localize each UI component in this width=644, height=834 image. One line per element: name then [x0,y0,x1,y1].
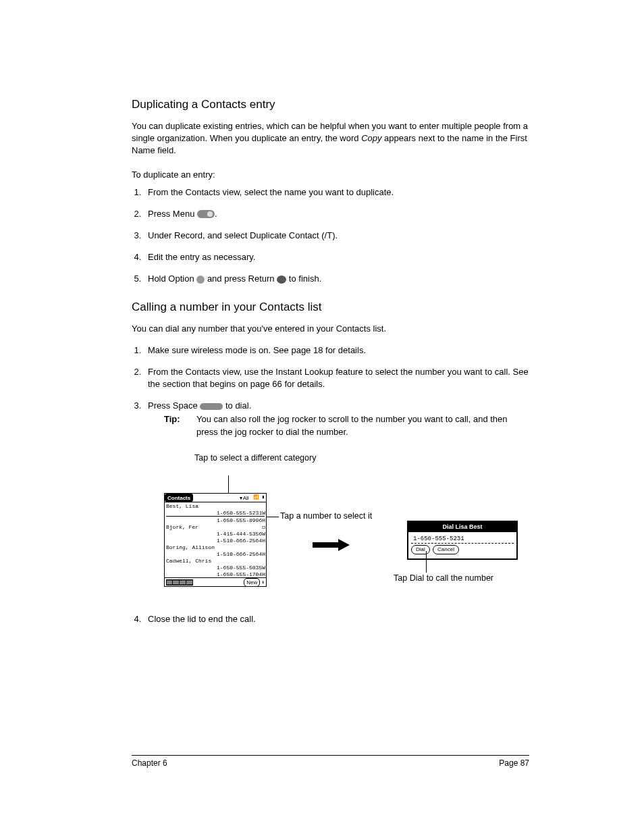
new-button[interactable]: New [244,578,260,587]
subheading: To duplicate an entry: [132,170,529,180]
text: Press Menu [148,209,197,219]
text: to dial. [223,400,251,411]
contacts-screenshot: Contacts All 📶 ▮ Best, Lisa 1-650-555-52… [164,493,267,587]
text: Under Record, and select Duplicate Conta… [148,230,338,240]
list-item: Make sure wireless mode is on. See page … [144,344,529,357]
dial-screenshot: Dial Lisa Best 1-650-555-5231 Dial Cance… [407,521,518,559]
paragraph: You can duplicate existing entries, whic… [132,120,529,157]
ordered-list: From the Contacts view, select the name … [132,186,529,286]
section-heading-calling: Calling a number in your Contacts list [132,301,529,314]
dial-button[interactable]: Dial [411,545,430,554]
text: Hold Option [148,273,196,284]
text: Make sure wireless mode is on. See page … [148,345,366,355]
return-button-icon [277,276,286,284]
page-footer: Chapter 6 Page 87 [132,755,529,768]
contact-number-row[interactable]: 1-650-555-1704H [165,571,266,577]
figure: Tap to select a different category Tap a… [164,452,529,601]
list-item: Close the lid to end the call. [144,613,529,625]
phone-number: 1-650-555-5231W [217,509,265,517]
dial-title: Dial Lisa Best [408,522,516,532]
contacts-footer: New ⬍ [165,577,266,586]
option-button-icon [196,276,205,284]
menu-button-icon [197,210,215,218]
contacts-title: Contacts [165,494,193,502]
view-icons[interactable] [166,579,193,585]
text: From the Contacts view, use the Instant … [148,367,529,389]
text: From the Contacts view, select the name … [148,187,394,197]
list-item: Press Space to dial. Tip: You can also r… [144,400,529,601]
callout-line [265,517,279,517]
callout-number: Tap a number to select it [280,511,372,521]
arrow-icon [313,540,350,550]
text: Close the lid to end the call. [148,614,256,624]
text: Press Space [148,400,200,411]
dial-number[interactable]: 1-650-555-5231 [411,533,514,544]
callout-line [426,551,427,573]
scroll-arrows-icon[interactable]: ⬍ [261,579,265,586]
list-item: From the Contacts view, select the name … [144,186,529,199]
tip-label: Tip: [164,413,196,439]
tip-block: Tip: You can also roll the jog rocker to… [164,413,529,439]
list-item: Edit the entry as necessary. [144,251,529,263]
text: . [215,209,217,219]
list-item: From the Contacts view, use the Instant … [144,366,529,390]
italic-word: Copy [361,133,381,143]
list-item: Hold Option and press Return to finish. [144,273,529,285]
list-item: Under Record, and select Duplicate Conta… [144,230,529,242]
section-heading-duplicating: Duplicating a Contacts entry [132,98,529,111]
callout-dial: Tap Dial to call the number [394,573,493,583]
signal-icon: 📶 ▮ [251,494,266,502]
contact-number-row[interactable]: 1-650-555-5231W [165,509,266,516]
paragraph: You can dial any number that you've ente… [132,323,529,335]
tip-body: You can also roll the jog rocker to scro… [196,413,529,439]
cancel-button[interactable]: Cancel [433,545,459,554]
list-item: Press Menu . [144,208,529,220]
phone-number: 1-650-555-1704H [217,571,265,578]
category-dropdown[interactable]: All [240,494,251,502]
contacts-header: Contacts All 📶 ▮ [165,494,266,502]
document-page: Duplicating a Contacts entry You can dup… [0,0,644,834]
callout-line [228,475,229,494]
space-button-icon [200,403,223,410]
footer-chapter: Chapter 6 [132,758,167,768]
callout-category: Tap to select a different category [194,452,316,463]
ordered-list: Make sure wireless mode is on. See page … [132,344,529,626]
text: to finish. [286,273,321,284]
text: Edit the entry as necessary. [148,252,255,262]
footer-page: Page 87 [499,758,529,768]
text: and press Return [205,273,277,284]
